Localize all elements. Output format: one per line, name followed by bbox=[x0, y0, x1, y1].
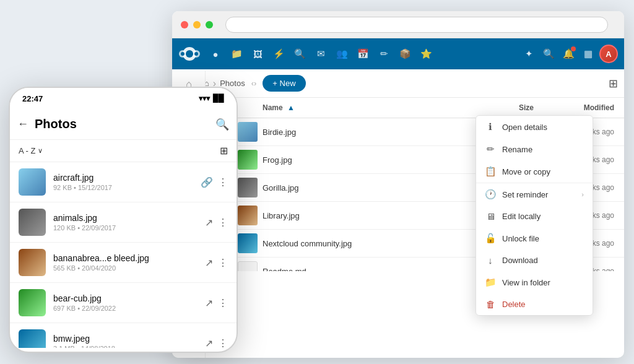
list-item[interactable]: bmw.jpeg 3.1 MB • 14/08/2018 ↗ ⋮ bbox=[10, 323, 237, 348]
phone-more-icon[interactable]: ⋮ bbox=[218, 176, 228, 188]
nav-activity-icon[interactable]: ⚡ bbox=[270, 45, 287, 63]
context-menu-item-download[interactable]: ↓ Download bbox=[476, 249, 593, 271]
nav-folder-icon[interactable]: 📁 bbox=[228, 45, 245, 63]
ctx-item-label: Set reminder bbox=[502, 190, 575, 199]
address-bar[interactable] bbox=[225, 17, 608, 33]
phone-share-icon[interactable]: ↗ bbox=[205, 257, 213, 269]
phone-file-meta: 565 KB • 20/04/2020 bbox=[53, 264, 198, 272]
view-toggle-icon[interactable]: ⊞ bbox=[609, 77, 618, 90]
nav-calendar-icon[interactable]: 📅 bbox=[354, 45, 371, 63]
file-name: Readme.md bbox=[263, 267, 435, 272]
context-menu-item-open-details[interactable]: ℹ Open details bbox=[476, 116, 593, 138]
phone-share-icon[interactable]: ↗ bbox=[205, 297, 213, 309]
user-avatar[interactable]: A bbox=[599, 45, 618, 63]
file-thumbnail bbox=[238, 261, 258, 271]
phone-file-thumb bbox=[19, 209, 46, 236]
nav-plus-icon[interactable]: ✦ bbox=[520, 45, 537, 63]
list-item[interactable]: bananabrea...e bleed.jpg 565 KB • 20/04/… bbox=[10, 243, 237, 283]
phone-file-thumb bbox=[19, 289, 46, 316]
file-thumbnail bbox=[238, 233, 258, 253]
svg-point-4 bbox=[181, 52, 185, 56]
nav-mail-icon[interactable]: ✉ bbox=[312, 45, 329, 63]
phone-file-actions: ↗ ⋮ bbox=[205, 217, 228, 228]
file-name: Nextcloud community.jpg bbox=[263, 239, 435, 248]
ctx-item-label: View in folder bbox=[502, 278, 584, 287]
nav-contacts-icon[interactable]: 👥 bbox=[333, 45, 350, 63]
row-thumb bbox=[238, 233, 263, 253]
phone-more-icon[interactable]: ⋮ bbox=[218, 217, 228, 228]
context-menu: ℹ Open details ✏ Rename 📋 Move or copy 🕐… bbox=[476, 115, 593, 316]
header-name[interactable]: Name ▲ bbox=[263, 103, 435, 112]
row-thumb bbox=[238, 206, 263, 225]
phone-more-icon[interactable]: ⋮ bbox=[218, 257, 228, 269]
ctx-item-label: Unlock file bbox=[502, 234, 584, 243]
breadcrumb-share-icon: ‹› bbox=[251, 79, 257, 88]
phone-sort-bar: A - Z ∨ ⊞ bbox=[10, 140, 237, 162]
nav-dot-icon[interactable]: ● bbox=[207, 45, 224, 63]
phone-file-info: bmw.jpeg 3.1 MB • 14/08/2018 bbox=[53, 334, 198, 348]
header-size[interactable]: Size bbox=[484, 103, 534, 112]
ctx-item-icon: 🕐 bbox=[485, 189, 496, 200]
phone-share-icon[interactable]: 🔗 bbox=[201, 176, 213, 188]
phone-file-name: animals.jpg bbox=[53, 213, 198, 223]
nav-notification-icon[interactable]: 🔔 bbox=[560, 45, 577, 63]
context-menu-item-delete[interactable]: 🗑 Delete bbox=[476, 293, 593, 315]
phone-file-info: bear-cub.jpg 697 KB • 22/09/2022 bbox=[53, 293, 198, 312]
list-item[interactable]: animals.jpg 120 KB • 22/09/2017 ↗ ⋮ bbox=[10, 202, 237, 243]
nav-box-icon[interactable]: 📦 bbox=[396, 45, 414, 63]
file-name: Library.jpg bbox=[263, 211, 435, 220]
context-menu-item-set-reminder[interactable]: 🕐 Set reminder › bbox=[476, 183, 593, 206]
traffic-light-green[interactable] bbox=[206, 21, 213, 28]
file-thumbnail bbox=[238, 150, 258, 170]
phone-more-icon[interactable]: ⋮ bbox=[218, 337, 228, 349]
wifi-icon: ▾▾▾ bbox=[199, 94, 210, 103]
phone-more-icon[interactable]: ⋮ bbox=[218, 297, 228, 309]
ctx-item-icon: 📁 bbox=[485, 277, 496, 288]
new-button[interactable]: + New bbox=[263, 75, 305, 92]
context-menu-item-rename[interactable]: ✏ Rename bbox=[476, 138, 593, 160]
ctx-item-label: Edit locally bbox=[502, 212, 584, 221]
phone-file-info: animals.jpg 120 KB • 22/09/2017 bbox=[53, 213, 198, 232]
nav-image-icon[interactable]: 🖼 bbox=[249, 45, 266, 63]
browser-window: ● 📁 🖼 ⚡ 🔍 ✉ 👥 📅 ✏ 📦 ⭐ ✦ 🔍 🔔 ▦ A ☰ ⌂ › Ph… bbox=[172, 11, 624, 358]
nav-search-icon[interactable]: 🔍 bbox=[291, 45, 308, 63]
header-modified[interactable]: Modified bbox=[534, 103, 614, 112]
phone-sort-label[interactable]: A - Z ∨ bbox=[19, 146, 43, 155]
mobile-phone: 22:47 ▾▾▾ ▉▉ ← Photos 🔍 A - Z ∨ ⊞ aircra… bbox=[9, 87, 238, 353]
phone-file-name: bmw.jpeg bbox=[53, 334, 198, 344]
phone-status-right: ▾▾▾ ▉▉ bbox=[199, 94, 224, 103]
traffic-light-red[interactable] bbox=[181, 21, 188, 28]
context-menu-item-move-or-copy[interactable]: 📋 Move or copy bbox=[476, 160, 593, 183]
phone-share-icon[interactable]: ↗ bbox=[205, 217, 213, 228]
nav-edit-icon[interactable]: ✏ bbox=[375, 45, 393, 63]
phone-file-meta: 3.1 MB • 14/08/2018 bbox=[53, 345, 198, 348]
list-item[interactable]: bear-cub.jpg 697 KB • 22/09/2022 ↗ ⋮ bbox=[10, 283, 237, 323]
svg-point-3 bbox=[186, 50, 193, 58]
ctx-item-label: Delete bbox=[502, 300, 584, 309]
list-item[interactable]: aircraft.jpg 92 KB • 15/12/2017 🔗 ⋮ bbox=[10, 162, 237, 202]
phone-file-meta: 92 KB • 15/12/2017 bbox=[53, 184, 193, 191]
nav-grid-icon[interactable]: ▦ bbox=[580, 45, 597, 63]
phone-file-name: aircraft.jpg bbox=[53, 173, 193, 183]
ctx-item-icon: 🔓 bbox=[485, 233, 496, 244]
file-thumbnail bbox=[238, 178, 258, 197]
phone-share-icon[interactable]: ↗ bbox=[205, 337, 213, 349]
context-menu-item-view-in-folder[interactable]: 📁 View in folder bbox=[476, 271, 593, 293]
nav-search-right-icon[interactable]: 🔍 bbox=[540, 45, 557, 63]
row-thumb bbox=[238, 150, 263, 170]
context-menu-item-unlock-file[interactable]: 🔓 Unlock file bbox=[476, 227, 593, 249]
phone-search-button[interactable]: 🔍 bbox=[215, 118, 229, 131]
nav-star-icon[interactable]: ⭐ bbox=[417, 45, 435, 63]
breadcrumb-photos[interactable]: Photos bbox=[220, 79, 245, 88]
phone-back-button[interactable]: ← bbox=[17, 118, 28, 131]
ctx-item-icon: ↓ bbox=[485, 255, 496, 266]
context-menu-item-edit-locally[interactable]: 🖥 Edit locally bbox=[476, 206, 593, 227]
phone-file-actions: ↗ ⋮ bbox=[205, 297, 228, 309]
phone-grid-toggle[interactable]: ⊞ bbox=[220, 145, 228, 157]
ctx-item-icon: 🖥 bbox=[485, 211, 496, 222]
browser-chrome bbox=[172, 11, 624, 38]
phone-file-thumb bbox=[19, 329, 46, 348]
row-thumb bbox=[238, 178, 263, 197]
traffic-light-yellow[interactable] bbox=[193, 21, 201, 28]
phone-file-meta: 120 KB • 22/09/2017 bbox=[53, 224, 198, 232]
